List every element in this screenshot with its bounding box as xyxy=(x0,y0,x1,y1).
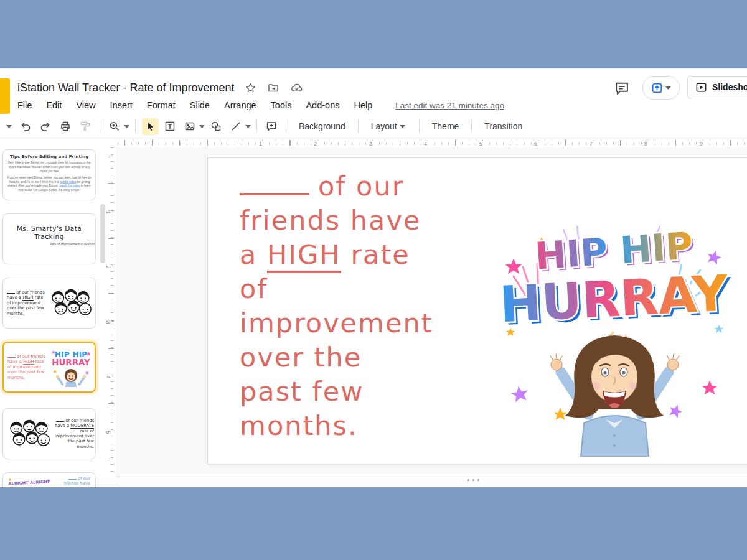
image-icon xyxy=(184,120,196,133)
present-icon xyxy=(651,82,664,95)
paint-format-button[interactable] xyxy=(77,118,94,135)
print-icon xyxy=(59,120,72,133)
layout-button[interactable]: Layout xyxy=(363,121,415,131)
cursor-icon xyxy=(144,121,156,133)
comment-add-icon xyxy=(265,120,278,133)
toolbar-divider xyxy=(100,120,100,133)
thumb1-link-1: helpful video xyxy=(60,180,76,184)
slide-text-line: over the xyxy=(240,340,470,375)
play-icon xyxy=(695,82,707,93)
ruler-number: 7 xyxy=(588,141,594,147)
cloud-saved-icon[interactable] xyxy=(289,81,303,95)
insert-comment-button[interactable] xyxy=(263,118,280,135)
layout-caret-icon xyxy=(400,125,405,128)
text-box-button[interactable] xyxy=(162,118,179,135)
ruler-number: 1 xyxy=(258,141,263,147)
layout-label: Layout xyxy=(371,121,397,131)
present-button[interactable] xyxy=(642,76,680,100)
move-to-folder-icon[interactable] xyxy=(266,81,280,95)
select-tool-button[interactable] xyxy=(142,118,159,135)
ruler-number: 8 xyxy=(643,141,649,147)
slide-thumbnail-1[interactable]: Tips Before Editing and Printing Hey! I … xyxy=(2,149,96,200)
line-icon xyxy=(230,120,242,133)
toolbar: Background Layout Theme Transition xyxy=(0,115,747,138)
transition-button[interactable]: Transition xyxy=(476,121,530,131)
slide-thumbnail-3[interactable]: of our friends have a HIGH rate of impro… xyxy=(2,278,96,329)
slide-text-line: friends have xyxy=(240,203,470,238)
menu-format[interactable]: Format xyxy=(147,100,176,110)
slide-thumbnail-6[interactable]: ALRIGHT ALRIGHT of our friends have xyxy=(2,472,96,487)
slides-logo[interactable] xyxy=(0,78,10,114)
slide-page[interactable]: of our friends have a HIGH rate of impro… xyxy=(207,157,747,464)
menu-addons[interactable]: Add-ons xyxy=(306,100,339,110)
toolbar-divider xyxy=(135,120,136,133)
slide-thumbnail-5[interactable]: of our friends have a MODERATE rate of i… xyxy=(2,408,96,459)
theme-button[interactable]: Theme xyxy=(424,121,467,131)
speaker-notes-splitter[interactable] xyxy=(116,477,747,483)
thumb4-text: of our friends have a HIGH rate of impro… xyxy=(7,354,47,380)
shape-icon xyxy=(210,120,222,133)
menu-slide[interactable]: Slide xyxy=(190,100,210,110)
menu-edit[interactable]: Edit xyxy=(46,100,62,110)
zoom-button[interactable] xyxy=(106,118,123,135)
toolbar-overflow-caret-icon[interactable] xyxy=(6,125,12,128)
insert-line-button[interactable] xyxy=(228,118,245,135)
insert-image-button[interactable] xyxy=(182,118,199,135)
print-button[interactable] xyxy=(57,118,74,135)
slideshow-button[interactable]: Slideshow xyxy=(687,76,747,98)
hip-hip-hurray-bitmoji-image[interactable]: HIP HIP HIP HIP HURRAY HURRAY xyxy=(494,208,735,457)
slide-thumbnail-2[interactable]: Ms. Smarty's Data Tracking Rate of Impro… xyxy=(2,213,96,264)
thumb1-title: Tips Before Editing and Printing xyxy=(7,154,92,159)
blank-underline xyxy=(240,170,309,195)
slide-text-line: of xyxy=(240,272,470,306)
background-button[interactable]: Background xyxy=(291,121,354,131)
vertical-ruler: 1 2 3 4 5 xyxy=(106,147,116,477)
menu-arrange[interactable]: Arrange xyxy=(224,100,256,110)
thumb6-text: of our friends have xyxy=(54,476,90,487)
toolbar-divider xyxy=(358,120,359,133)
image-caret-icon[interactable] xyxy=(199,125,205,128)
svg-text:HURRAY: HURRAY xyxy=(498,264,730,334)
line-caret-icon[interactable] xyxy=(245,125,251,128)
menu-tools[interactable]: Tools xyxy=(271,100,292,110)
menubar: File Edit View Insert Format Slide Arran… xyxy=(17,98,504,113)
star-icon[interactable] xyxy=(243,81,257,95)
paint-format-icon xyxy=(79,120,92,133)
slide-canvas[interactable]: of our friends have a HIGH rate of impro… xyxy=(116,147,747,477)
svg-text:ALRIGHT ALRIGHT: ALRIGHT ALRIGHT xyxy=(8,479,50,487)
last-edit-link[interactable]: Last edit was 21 minutes ago xyxy=(395,101,504,110)
slide-text-line: a HIGH rate xyxy=(240,238,470,272)
slide-thumbnail-4-selected[interactable]: of our friends have a HIGH rate of impro… xyxy=(2,342,96,393)
menu-insert[interactable]: Insert xyxy=(110,100,133,110)
toolbar-divider xyxy=(419,120,420,133)
menu-file[interactable]: File xyxy=(17,100,32,110)
insert-shape-button[interactable] xyxy=(208,118,225,135)
slide-text-line: months. xyxy=(240,409,470,443)
thumb2-title: Ms. Smarty's Data Tracking xyxy=(3,225,95,241)
kids-clipart-image xyxy=(7,419,52,449)
ruler-corner xyxy=(106,138,116,147)
thumb1-body: Hey! I like to use Bitmoji, so I include… xyxy=(3,161,95,192)
kids-clipart-image xyxy=(49,288,93,318)
horizontal-ruler: 1 2 3 4 5 6 7 8 9 xyxy=(116,138,747,147)
document-title[interactable]: iStation Wall Tracker - Rate of Improvem… xyxy=(17,82,234,95)
filmstrip-scrollbar-thumb[interactable] xyxy=(100,204,105,263)
menu-view[interactable]: View xyxy=(76,100,95,110)
splitter-handle-icon[interactable] xyxy=(467,479,479,481)
ruler-number: 9 xyxy=(698,141,704,147)
present-options-caret-icon[interactable] xyxy=(665,86,671,90)
open-comment-history-button[interactable] xyxy=(614,80,630,96)
slide-text-box[interactable]: of our friends have a HIGH rate of impro… xyxy=(240,169,470,443)
toolbar-divider xyxy=(286,120,286,133)
menu-help[interactable]: Help xyxy=(354,100,372,110)
text-box-icon xyxy=(164,120,176,133)
thumb3-text: of our friends have a HIGH rate of impro… xyxy=(7,290,47,316)
ruler-number: 4 xyxy=(423,141,428,147)
zoom-caret-icon[interactable] xyxy=(124,125,129,128)
redo-button[interactable] xyxy=(37,118,54,135)
ruler-number: 6 xyxy=(533,141,538,147)
thumb1-link-2: watch this video xyxy=(59,184,80,188)
undo-button[interactable] xyxy=(17,118,34,135)
celebration-bitmoji-thumb: HIP HIP HURRAY xyxy=(50,347,92,387)
ruler-number: 3 xyxy=(368,141,374,147)
